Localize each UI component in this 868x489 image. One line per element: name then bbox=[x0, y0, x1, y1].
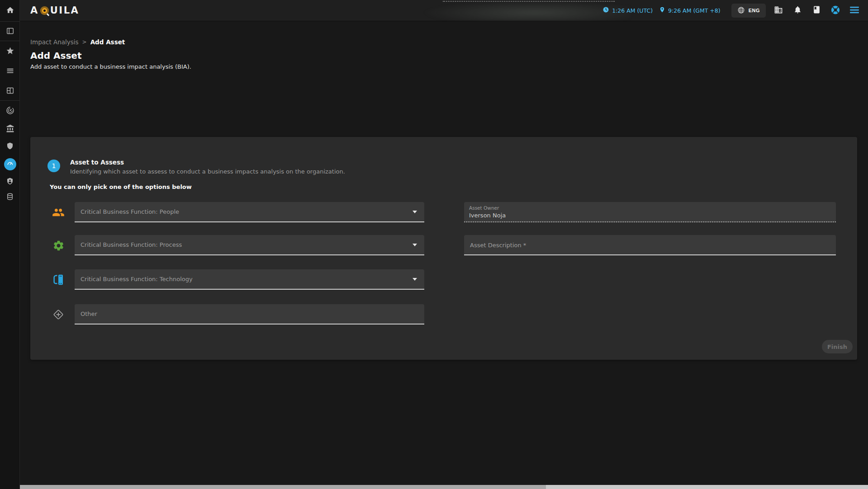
sidebar-item-panel-toggle[interactable] bbox=[2, 24, 18, 39]
sidebar-item-shield-person[interactable] bbox=[2, 174, 18, 189]
redacted-region bbox=[418, 0, 631, 21]
logo-text-prefix: A bbox=[30, 5, 39, 16]
sidebar-divider bbox=[0, 41, 20, 41]
hamburger-menu-icon bbox=[849, 6, 859, 15]
logo-q-mark-icon bbox=[40, 6, 49, 15]
sidebar-item-impact-analysis[interactable] bbox=[2, 156, 18, 172]
globe-icon bbox=[737, 6, 745, 15]
panel-toggle-icon bbox=[6, 27, 14, 37]
select-cbf-people[interactable]: Critical Business Function: People bbox=[75, 202, 424, 222]
shield-icon bbox=[6, 142, 14, 151]
chevron-down-icon bbox=[413, 244, 417, 246]
active-item-bubble bbox=[4, 158, 16, 170]
app-logo[interactable]: A UILA bbox=[30, 5, 79, 16]
grid-layout-icon bbox=[6, 86, 14, 96]
location-pin-icon bbox=[659, 6, 665, 14]
local-time: 9:26 AM (GMT +8) bbox=[659, 6, 721, 14]
bank-icon bbox=[6, 124, 14, 134]
topbar: A UILA 1:26 AM (UTC) 9:26 AM (GMT +8) bbox=[20, 0, 868, 21]
chevron-down-icon bbox=[413, 278, 417, 281]
support-button[interactable] bbox=[829, 4, 842, 17]
sidebar-item-target-gauge[interactable] bbox=[2, 104, 18, 118]
sidebar-item-database[interactable] bbox=[2, 190, 18, 204]
asset-owner-value: Iverson Noja bbox=[469, 212, 506, 219]
language-label: ENG bbox=[749, 8, 760, 13]
sidebar-item-boards[interactable] bbox=[2, 84, 18, 99]
asset-owner-field[interactable]: Asset Owner Iverson Noja bbox=[464, 202, 836, 222]
lifebuoy-icon bbox=[830, 5, 840, 16]
page-subtitle: Add asset to conduct a business impact a… bbox=[30, 63, 191, 70]
other-input-placeholder: Other bbox=[81, 310, 97, 317]
select-cbf-process[interactable]: Critical Business Function: Process bbox=[75, 235, 424, 255]
notifications-button[interactable] bbox=[791, 4, 804, 17]
step-description: Identifying which asset to assess to con… bbox=[70, 168, 345, 175]
breadcrumb: Impact Analysis > Add Asset bbox=[30, 38, 125, 46]
home-icon bbox=[6, 6, 14, 16]
star-icon bbox=[6, 47, 14, 56]
sidebar-item-home[interactable] bbox=[2, 4, 18, 18]
building-icon bbox=[774, 5, 783, 16]
app-root: A UILA 1:26 AM (UTC) 9:26 AM (GMT +8) bbox=[0, 0, 868, 489]
sidebar-item-favorites[interactable] bbox=[2, 44, 18, 59]
breadcrumb-current: Add Asset bbox=[90, 38, 125, 46]
chevron-down-icon bbox=[413, 211, 417, 213]
people-icon bbox=[52, 206, 65, 219]
book-icon bbox=[812, 5, 821, 15]
main-content: Impact Analysis > Add Asset Add Asset Ad… bbox=[20, 21, 868, 489]
redacted-region-artifacts bbox=[443, 1, 615, 2]
speedometer-icon bbox=[6, 160, 14, 169]
menu-lines-icon bbox=[6, 66, 14, 76]
sidebar-item-bank[interactable] bbox=[2, 122, 18, 136]
asset-description-field[interactable]: Asset Description * bbox=[464, 235, 836, 255]
select-cbf-people-label: Critical Business Function: People bbox=[81, 208, 179, 215]
shield-person-icon bbox=[6, 177, 14, 187]
database-icon bbox=[6, 193, 14, 202]
organization-button[interactable] bbox=[772, 4, 785, 17]
step-title: Asset to Assess bbox=[70, 159, 124, 166]
horizontal-scrollbar-thumb[interactable] bbox=[20, 485, 546, 489]
options-instruction: You can only pick one of the options bel… bbox=[50, 183, 192, 190]
select-cbf-process-label: Critical Business Function: Process bbox=[81, 241, 182, 248]
documentation-button[interactable] bbox=[810, 4, 823, 17]
option-row-technology: Critical Business Function: Technology bbox=[30, 269, 857, 290]
horizontal-scrollbar[interactable] bbox=[20, 485, 868, 489]
option-row-other: Other bbox=[30, 304, 857, 324]
topbar-actions: 1:26 AM (UTC) 9:26 AM (GMT +8) ENG bbox=[602, 4, 868, 18]
other-input[interactable]: Other bbox=[75, 304, 424, 324]
asset-owner-label: Asset Owner bbox=[469, 205, 499, 211]
devices-icon bbox=[52, 273, 65, 287]
sidebar bbox=[0, 0, 20, 489]
select-cbf-technology[interactable]: Critical Business Function: Technology bbox=[75, 269, 424, 290]
diamond-plus-icon bbox=[52, 308, 65, 321]
main-menu-button[interactable] bbox=[848, 4, 861, 17]
finish-button[interactable]: Finish bbox=[822, 340, 853, 353]
target-gauge-icon bbox=[5, 106, 15, 117]
logo-text-suffix: UILA bbox=[50, 5, 80, 16]
breadcrumb-separator: > bbox=[82, 39, 87, 45]
page-title: Add Asset bbox=[30, 50, 82, 61]
sidebar-item-shield[interactable] bbox=[2, 139, 18, 154]
bell-icon bbox=[793, 5, 802, 15]
asset-description-placeholder: Asset Description * bbox=[470, 242, 526, 249]
step-number-badge: 1 bbox=[47, 160, 60, 172]
sidebar-item-menu-list[interactable] bbox=[2, 64, 18, 79]
breadcrumb-parent[interactable]: Impact Analysis bbox=[30, 38, 79, 46]
add-asset-card: 1 Asset to Assess Identifying which asse… bbox=[30, 137, 857, 360]
sidebar-divider bbox=[0, 21, 20, 22]
sidebar-divider bbox=[0, 100, 20, 101]
gear-icon bbox=[52, 239, 65, 252]
language-selector[interactable]: ENG bbox=[731, 4, 766, 18]
local-time-label: 9:26 AM (GMT +8) bbox=[668, 7, 721, 14]
select-cbf-technology-label: Critical Business Function: Technology bbox=[81, 276, 193, 282]
